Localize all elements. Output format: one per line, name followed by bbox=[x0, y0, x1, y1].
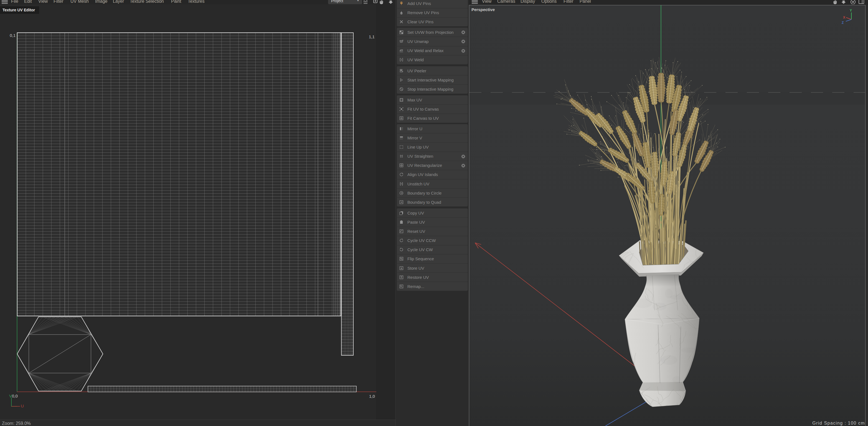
svg-text:X: X bbox=[843, 15, 845, 20]
svg-text:Z: Z bbox=[842, 21, 844, 25]
svg-text:Y: Y bbox=[850, 9, 852, 12]
